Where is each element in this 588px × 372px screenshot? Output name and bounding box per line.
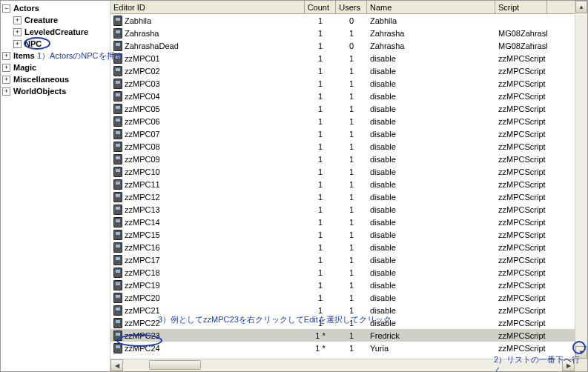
table-row[interactable]: zzMPC1211disablezzMPCScript xyxy=(110,190,587,203)
cell-name: disable xyxy=(367,216,495,228)
expand-icon[interactable]: + xyxy=(13,16,22,24)
table-row[interactable]: Zabhila10Zabhila xyxy=(110,14,587,27)
cell-editor-id: zzMPC02 xyxy=(125,67,160,76)
npc-icon xyxy=(113,179,122,190)
scroll-track[interactable] xyxy=(575,13,587,346)
cell-script: zzMPCScript xyxy=(495,304,547,316)
tree-item-worldobjects[interactable]: +WorldObjects xyxy=(2,85,110,97)
table-row[interactable]: zzMPC0311disablezzMPCScript xyxy=(110,77,587,90)
npc-icon xyxy=(113,280,122,290)
cell-name: disable xyxy=(367,253,495,266)
cell-users: 1 xyxy=(336,228,367,241)
table-row[interactable]: zzMPC0511disablezzMPCScript xyxy=(110,102,587,115)
table-row[interactable]: zzMPC0611disablezzMPCScript xyxy=(110,115,587,127)
table-row[interactable]: zzMPC2011disablezzMPCScript xyxy=(110,291,587,304)
tree-item-creature[interactable]: +Creature xyxy=(2,14,110,26)
cell-count: 1 xyxy=(305,52,336,64)
annotation-circle-scroll xyxy=(572,341,586,354)
tree-root-actors[interactable]: − Actors xyxy=(2,2,110,14)
table-row[interactable]: zzMPC0411disablezzMPCScript xyxy=(110,90,587,102)
cell-count: 1 xyxy=(305,291,336,304)
table-row[interactable]: zzMPC0111disablezzMPCScript xyxy=(110,52,587,64)
table-row[interactable]: zzMPC241 *1YuriazzMPCScript xyxy=(110,342,587,354)
cell-script: zzMPCScript xyxy=(495,203,547,216)
cell-users: 1 xyxy=(336,241,367,253)
cell-users: 1 xyxy=(336,77,367,90)
tree-item-magic[interactable]: +Magic xyxy=(2,62,110,73)
table-row[interactable]: zzMPC231 *1FredrickzzMPCScript xyxy=(110,329,587,342)
cell-name: disable xyxy=(367,190,495,203)
cell-count: 1 * xyxy=(305,342,336,354)
table-row[interactable]: zzMPC1411disablezzMPCScript xyxy=(110,216,587,228)
cell-count: 1 xyxy=(305,14,336,27)
cell-name: disable xyxy=(367,266,495,279)
npc-icon xyxy=(113,129,122,139)
table-row[interactable]: zzMPC1911disablezzMPCScript xyxy=(110,279,587,291)
table-row[interactable]: zzMPC1111disablezzMPCScript xyxy=(110,178,587,190)
table-row[interactable]: zzMPC0811disablezzMPCScript xyxy=(110,140,587,153)
table-row[interactable]: zzMPC1611disablezzMPCScript xyxy=(110,241,587,253)
table-row[interactable]: zzMPC0211disablezzMPCScript xyxy=(110,64,587,77)
expand-icon[interactable]: + xyxy=(2,76,10,84)
table-row[interactable]: zzMPC1011disablezzMPCScript xyxy=(110,165,587,178)
header-name[interactable]: Name xyxy=(367,1,495,13)
cell-script: zzMPCScript xyxy=(495,342,547,354)
cell-name: disable xyxy=(367,115,495,127)
table-row[interactable]: zzMPC1311disablezzMPCScript xyxy=(110,203,587,216)
cell-users: 1 xyxy=(336,329,367,342)
header-users[interactable]: Users xyxy=(336,1,367,13)
cell-count: 1 xyxy=(305,102,336,115)
table-row[interactable]: zzMPC1711disablezzMPCScript xyxy=(110,253,587,266)
cell-users: 1 xyxy=(336,27,367,39)
cell-count: 1 xyxy=(305,266,336,279)
cell-name: disable xyxy=(367,102,495,115)
cell-editor-id: zzMPC21 xyxy=(125,306,160,315)
cell-script xyxy=(495,14,547,27)
table-row[interactable]: zzMPC1511disablezzMPCScript xyxy=(110,228,587,241)
expand-icon[interactable]: + xyxy=(2,87,10,96)
tree-item-npc[interactable]: +NPC xyxy=(2,38,110,50)
cell-name: Zahrasha xyxy=(367,27,495,39)
table-row[interactable]: zzMPC0711disablezzMPCScript xyxy=(110,127,587,140)
npc-icon xyxy=(113,255,122,265)
cell-editor-id: zzMPC11 xyxy=(125,180,160,189)
vertical-scrollbar[interactable]: ▲ ▼ xyxy=(575,1,587,359)
header-editor-id[interactable]: Editor ID xyxy=(110,1,305,13)
tree-label: WorldObjects xyxy=(13,87,66,96)
tree-item-miscellaneous[interactable]: +Miscellaneous xyxy=(2,73,110,85)
cell-editor-id: zzMPC14 xyxy=(125,218,160,227)
scroll-thumb[interactable] xyxy=(149,360,201,370)
table-row[interactable]: ZahrashaDead10ZahrashaMG08Zahrasha xyxy=(110,39,587,52)
table-row[interactable]: zzMPC1811disablezzMPCScript xyxy=(110,266,587,279)
header-script[interactable]: Script xyxy=(495,1,547,13)
npc-icon xyxy=(113,116,122,127)
table-row[interactable]: Zahrasha11ZahrashaMG08Zahrasha xyxy=(110,27,587,39)
cell-count: 1 xyxy=(305,64,336,77)
cell-count: 1 xyxy=(305,77,336,90)
tree-label: Items xyxy=(13,51,35,60)
cell-script: MG08Zahrasha xyxy=(495,39,547,52)
cell-name: disable xyxy=(367,165,495,178)
expand-icon[interactable]: + xyxy=(13,28,22,36)
expand-icon[interactable]: + xyxy=(2,64,10,72)
npc-icon xyxy=(113,41,122,51)
scroll-up-icon[interactable]: ▲ xyxy=(575,1,587,13)
expand-icon[interactable]: + xyxy=(13,40,22,48)
scroll-left-icon[interactable]: ◀ xyxy=(110,359,123,371)
cell-count: 1 xyxy=(305,127,336,140)
cell-users: 1 xyxy=(336,127,367,140)
cell-name: disable xyxy=(367,228,495,241)
npc-icon xyxy=(113,192,122,202)
annotation-circle-npc xyxy=(24,37,50,50)
tree-item-leveledcreature[interactable]: +LeveledCreature xyxy=(2,26,110,38)
cell-editor-id: zzMPC16 xyxy=(125,243,160,252)
header-count[interactable]: Count xyxy=(305,1,336,13)
expand-icon[interactable]: + xyxy=(2,52,10,60)
table-row[interactable]: zzMPC0911disablezzMPCScript xyxy=(110,153,587,165)
collapse-icon[interactable]: − xyxy=(2,4,10,13)
cell-editor-id: zzMPC17 xyxy=(125,256,160,265)
cell-count: 1 xyxy=(305,178,336,190)
cell-users: 1 xyxy=(336,216,367,228)
cell-editor-id: zzMPC22 xyxy=(125,319,160,328)
cell-users: 1 xyxy=(336,291,367,304)
